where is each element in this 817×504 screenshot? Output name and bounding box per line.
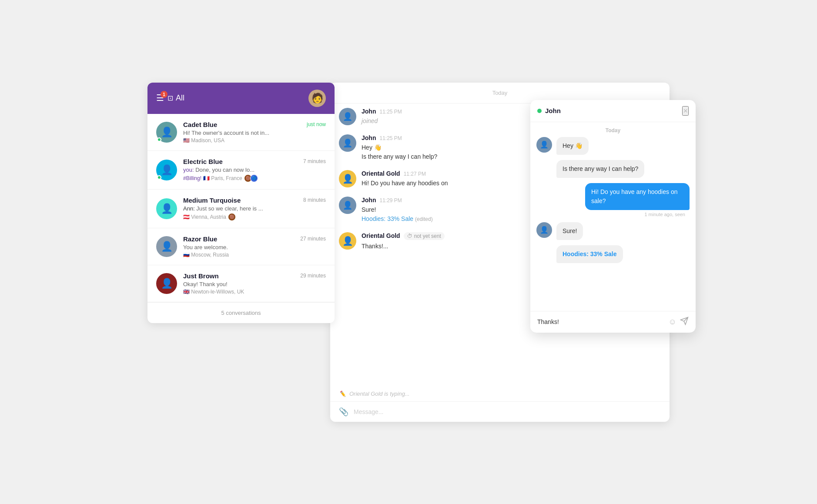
conv-body: Cadet Blue just now Hi! The owner's acco… bbox=[183, 121, 326, 144]
pencil-icon: ✏️ bbox=[339, 391, 346, 397]
msg-sender-name: John bbox=[362, 134, 376, 141]
msg-sender-name: Oriental Gold bbox=[362, 232, 400, 239]
mini-bubble: Is there any way I can help? bbox=[556, 160, 644, 178]
user-avatar[interactable]: 🧑 bbox=[308, 90, 326, 107]
mini-avatar: 🔵 bbox=[250, 174, 258, 182]
conv-top: Razor Blue 27 minutes bbox=[183, 235, 326, 243]
mini-bubble: Sure! bbox=[556, 222, 583, 240]
conversation-item[interactable]: 👤 Electric Blue 7 minutes you: Done, you… bbox=[147, 151, 335, 190]
msg-edited: (edited) bbox=[415, 216, 433, 222]
conv-top: Cadet Blue just now bbox=[183, 121, 326, 128]
msg-avatar: 👤 bbox=[339, 134, 356, 152]
chat-date-label: Today bbox=[339, 90, 661, 96]
msg-sender-name: John bbox=[362, 197, 376, 204]
conv-name: Electric Blue bbox=[183, 158, 223, 165]
conv-time: 29 minutes bbox=[300, 273, 326, 279]
conv-preview: you: Done, you can now lo... bbox=[183, 167, 326, 173]
msg-time: 11:25 PM bbox=[379, 109, 402, 115]
hoodies-link[interactable]: Hoodies: 33% Sale bbox=[563, 250, 617, 257]
online-indicator bbox=[157, 175, 161, 180]
conv-time: 8 minutes bbox=[303, 197, 326, 203]
mini-input-icons: ☺ bbox=[669, 317, 689, 327]
avatar-icon: 👤 bbox=[156, 236, 177, 257]
msg-time: 11:29 PM bbox=[379, 197, 402, 204]
mini-message: Hoodies: 33% Sale bbox=[536, 245, 690, 263]
mini-bubble: Hey 👋 bbox=[556, 137, 589, 155]
conv-top: Just Brown 29 minutes bbox=[183, 272, 326, 280]
typing-text: Oriental Gold is typing... bbox=[349, 391, 410, 397]
conv-avatar: 👤 bbox=[156, 122, 177, 143]
conv-avatar: 👤 bbox=[156, 160, 177, 180]
msg-time: 11:25 PM bbox=[379, 135, 402, 141]
tag-label: #Billing! bbox=[183, 175, 201, 181]
mini-chat-panel: John × Today 👤 Hey 👋 Is there any way I … bbox=[530, 100, 696, 333]
conversations-footer: 5 conversations bbox=[147, 302, 335, 323]
mini-date-divider: Today bbox=[530, 122, 696, 137]
chat-input[interactable] bbox=[354, 408, 661, 415]
msg-meta: 1 minute ago, seen bbox=[644, 212, 685, 217]
conv-time: just now bbox=[307, 121, 326, 127]
msg-sender-name: John bbox=[362, 108, 376, 115]
msg-avatar: 👤 bbox=[339, 170, 356, 187]
conv-meta: 🇬🇧 Newton-le-Willows, UK bbox=[183, 289, 326, 295]
msg-avatar: 👤 bbox=[339, 197, 356, 214]
conversation-item[interactable]: 👤 Medium Turquoise 8 minutes Ann: Just s… bbox=[147, 190, 335, 228]
send-button[interactable] bbox=[680, 317, 689, 327]
conv-name: Razor Blue bbox=[183, 235, 217, 243]
mini-message: Is there any way I can help? bbox=[536, 160, 690, 178]
conversations-header: ☰ 1 ⊡ All 🧑 bbox=[147, 83, 335, 114]
mini-chat-user: John bbox=[537, 107, 561, 114]
mini-message: 👤 Hey 👋 bbox=[536, 137, 690, 155]
mini-msg-avatar: 👤 bbox=[536, 222, 552, 238]
msg-avatar: 👤 bbox=[339, 108, 356, 125]
close-button[interactable]: × bbox=[682, 106, 689, 116]
notification-badge: 1 bbox=[161, 91, 167, 98]
avatar-icon: 👤 bbox=[156, 273, 177, 294]
conv-meta: 🇺🇸 Madison, USA bbox=[183, 137, 326, 144]
conv-meta: 🇷🇺 Moscow, Russia bbox=[183, 252, 326, 258]
mini-bubble-sent: Hi! Do you have any hoodies on sale? bbox=[585, 183, 690, 210]
conv-preview: Hi! The owner's account is not in... bbox=[183, 130, 326, 136]
mini-input-area: ☺ bbox=[530, 311, 696, 333]
not-yet-sent-badge: ⏱ not yet sent bbox=[404, 232, 445, 240]
mini-messages: 👤 Hey 👋 Is there any way I can help? Hi!… bbox=[530, 137, 696, 311]
conv-meta: #Billing! 🇫🇷 Paris, France 🟤 🔵 bbox=[183, 174, 326, 182]
conv-name: Just Brown bbox=[183, 272, 219, 280]
mini-chat-header: John × bbox=[530, 100, 696, 122]
online-indicator bbox=[157, 137, 161, 142]
conv-meta: 🇦🇹 Vienna, Austria 🟤 bbox=[183, 213, 326, 221]
mini-message: 👤 Sure! bbox=[536, 222, 690, 240]
conversation-item[interactable]: 👤 Cadet Blue just now Hi! The owner's ac… bbox=[147, 114, 335, 151]
conv-top: Electric Blue 7 minutes bbox=[183, 158, 326, 165]
conv-body: Medium Turquoise 8 minutes Ann: Just so … bbox=[183, 197, 326, 221]
conv-name: Medium Turquoise bbox=[183, 197, 241, 204]
conv-body: Just Brown 29 minutes Okay! Thank you! 🇬… bbox=[183, 272, 326, 295]
mini-avatar: 🟤 bbox=[228, 213, 236, 221]
conv-preview: You are welcome. bbox=[183, 244, 326, 250]
conv-avatar: 👤 bbox=[156, 236, 177, 257]
mini-message-sent-group: Hi! Do you have any hoodies on sale? 1 m… bbox=[536, 183, 690, 217]
chat-input-area: 📎 bbox=[330, 401, 670, 422]
msg-time: 11:27 PM bbox=[404, 171, 426, 177]
conversations-panel: ☰ 1 ⊡ All 🧑 👤 Cadet Blue bbox=[147, 83, 335, 323]
typing-indicator: ✏️ Oriental Gold is typing... bbox=[330, 386, 670, 401]
conversation-item[interactable]: 👤 Razor Blue 27 minutes You are welcome.… bbox=[147, 228, 335, 265]
conversation-item[interactable]: 👤 Just Brown 29 minutes Okay! Thank you!… bbox=[147, 265, 335, 302]
conv-preview: Okay! Thank you! bbox=[183, 281, 326, 287]
header-title-text: All bbox=[176, 93, 184, 103]
msg-link[interactable]: Hoodies: 33% Sale bbox=[362, 215, 413, 222]
emoji-button[interactable]: ☺ bbox=[669, 317, 676, 327]
assigned-avatars: 🟤 🔵 bbox=[246, 174, 258, 182]
menu-button[interactable]: ☰ 1 bbox=[156, 93, 164, 103]
conv-name: Cadet Blue bbox=[183, 121, 217, 128]
conv-top: Medium Turquoise 8 minutes bbox=[183, 197, 326, 204]
attach-icon[interactable]: 📎 bbox=[339, 407, 348, 417]
app-container: ☰ 1 ⊡ All 🧑 👤 Cadet Blue bbox=[147, 83, 670, 422]
conv-body: Electric Blue 7 minutes you: Done, you c… bbox=[183, 158, 326, 182]
mini-msg-avatar: 👤 bbox=[536, 137, 552, 153]
conv-time: 27 minutes bbox=[300, 236, 326, 242]
mini-bubble: Hoodies: 33% Sale bbox=[556, 245, 623, 263]
msg-avatar: 👤 bbox=[339, 232, 356, 250]
mini-chat-input[interactable] bbox=[537, 318, 664, 325]
conv-preview: Ann: Just so we clear, here is ... bbox=[183, 205, 326, 212]
